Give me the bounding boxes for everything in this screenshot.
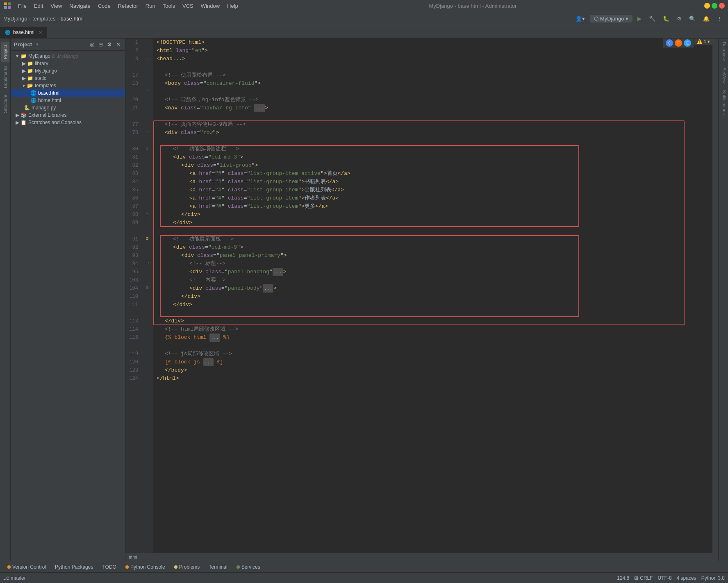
tree-item-extlibs[interactable]: ▶ 📚 External Libraries <box>11 111 125 119</box>
menu-help[interactable]: Help <box>224 2 241 10</box>
tree-collapse-btn[interactable]: ⊟ <box>97 41 104 48</box>
code-line-115[interactable]: {% block html ... %} <box>157 333 712 342</box>
build-button[interactable]: 🔨 <box>646 14 658 23</box>
tree-item-mydjango[interactable]: ▶ 📁 MyDjango <box>11 67 125 75</box>
code-line-78[interactable]: <div class="row"> <box>157 129 712 137</box>
fold-icon-104[interactable]: ⊟ <box>146 260 152 266</box>
scroll-track[interactable] <box>712 39 718 553</box>
code-line-17[interactable]: <!-- 使用宽松布局 --> <box>157 71 712 79</box>
code-line-79[interactable] <box>157 137 712 145</box>
code-line-81[interactable]: <div class="col-md-3"> <box>157 153 712 161</box>
code-line-93[interactable]: <div class="panel panel-primary"> <box>157 252 712 260</box>
run-button[interactable]: ▶ <box>635 14 644 23</box>
code-line-92[interactable]: <div class="col-md-9"> <box>157 243 712 252</box>
notification-button[interactable]: 🔔 <box>701 14 712 23</box>
menu-vcs[interactable]: VCS <box>179 2 197 10</box>
bottom-tab-todo[interactable]: TODO <box>98 563 120 571</box>
bottom-tab-problems[interactable]: Problems <box>170 563 204 571</box>
code-line-20[interactable]: <!-- 导航条，bg-info蓝色背景 --> <box>157 96 712 104</box>
tree-item-scratches[interactable]: ▶ 📋 Scratches and Consoles <box>11 119 125 126</box>
fold-icon-92[interactable]: ⊟ <box>146 211 152 217</box>
maximize-button[interactable]: □ <box>712 3 717 9</box>
code-line-119[interactable]: <!-- js局部修改区域 --> <box>157 350 712 358</box>
bottom-tab-terminal[interactable]: Terminal <box>205 563 231 571</box>
sidebar-project-tab[interactable]: Project <box>1 42 9 62</box>
code-line-104[interactable]: <div class="panel-body"...> <box>157 284 712 293</box>
menu-run[interactable]: Run <box>142 2 159 10</box>
code-line-82[interactable]: <div class="list-group"> <box>157 161 712 170</box>
breadcrumb-basefile[interactable]: base.html <box>61 16 84 22</box>
code-line-87[interactable]: <a href="#" class="list-group-item">更多</… <box>157 202 712 211</box>
code-line-123[interactable]: </body> <box>157 366 712 374</box>
code-line-3[interactable]: <head...> <box>157 55 712 63</box>
code-line-88[interactable]: </div> <box>157 211 712 219</box>
code-line-110[interactable]: </div> <box>157 293 712 301</box>
sidebar-bookmarks-tab[interactable]: Bookmarks <box>1 62 9 91</box>
code-line-18[interactable]: <body class="container-fluid"> <box>157 79 712 88</box>
code-line-84[interactable]: <a href="#" class="list-group-item">书籍列表… <box>157 178 712 186</box>
tree-item-basefile[interactable]: 🌐 base.html <box>11 89 125 97</box>
settings-button[interactable]: ⚙ <box>674 14 684 23</box>
right-tab-database[interactable]: Database <box>719 39 728 64</box>
code-line-empty[interactable] <box>157 63 712 71</box>
code-line-19[interactable] <box>157 88 712 96</box>
code-line-76[interactable] <box>157 112 712 120</box>
bottom-tab-versioncontrol[interactable]: Version Control <box>3 563 50 571</box>
fold-icon-21[interactable]: ⊟ <box>146 88 152 94</box>
project-selector[interactable]: ⬡ MyDjango ▾ <box>590 15 632 23</box>
minimize-button[interactable]: − <box>704 3 710 9</box>
menu-tools[interactable]: Tools <box>159 2 178 10</box>
fold-icon-81[interactable]: ⊟ <box>146 129 152 135</box>
menu-navigate[interactable]: Navigate <box>66 2 93 10</box>
code-line-80[interactable]: <!-- 功能选项侧边栏 --> <box>157 145 712 153</box>
code-line-112[interactable] <box>157 309 712 317</box>
code-line-85[interactable]: <a href="#" class="list-group-item">出版社列… <box>157 186 712 194</box>
close-button[interactable]: ✕ <box>719 3 725 9</box>
tree-item-root[interactable]: ▾ 📁 MyDjango D:\MyDjango <box>11 52 125 60</box>
breadcrumb-templates[interactable]: templates <box>32 16 55 22</box>
right-tab-sciview[interactable]: SciView <box>719 64 728 87</box>
bottom-tab-services[interactable]: Services <box>232 563 264 571</box>
status-position[interactable]: 124:8 <box>617 575 629 581</box>
tab-basefile[interactable]: 🌐 base.html ✕ <box>0 27 48 38</box>
code-line-95[interactable]: <div class="panel-heading"...> <box>157 268 712 276</box>
code-line-111[interactable]: </div> <box>157 301 712 309</box>
bottom-tab-packages[interactable]: Python Packages <box>51 563 97 571</box>
more-button[interactable]: ⋮ <box>714 14 725 23</box>
menu-refactor[interactable]: Refactor <box>115 2 141 10</box>
code-line-91[interactable]: <!-- 功能展示面板 --> <box>157 235 712 243</box>
fold-icon-3[interactable]: ⊟ <box>146 55 152 61</box>
edge-icon[interactable]: E <box>684 39 691 47</box>
tree-item-library[interactable]: ▶ 📁 library <box>11 60 125 67</box>
account-button[interactable]: 👤▾ <box>573 14 587 23</box>
tab-close-icon[interactable]: ✕ <box>39 30 42 35</box>
code-line-103[interactable]: <!-- 内容--> <box>157 276 712 284</box>
tree-item-managepy[interactable]: 🐍 manage.py <box>11 104 125 111</box>
debug-button[interactable]: 🐛 <box>660 14 672 23</box>
status-encoding[interactable]: UTF-8 <box>658 575 672 581</box>
tree-close-btn[interactable]: ✕ <box>115 41 122 48</box>
code-line-124[interactable]: </html> <box>157 374 712 383</box>
code-line-1[interactable]: <!DOCTYPE html> <box>157 39 712 47</box>
code-line-94[interactable]: <!-- 标题--> <box>157 260 712 268</box>
code-line-77[interactable]: <!-- 页面内容使用3-9布局 --> <box>157 120 712 129</box>
status-lineending[interactable]: ⊞ CRLF <box>634 575 653 581</box>
tree-item-templates[interactable]: ▾ 📂 templates <box>11 82 125 89</box>
tree-locate-btn[interactable]: ◎ <box>89 41 96 48</box>
bottom-tab-pyconsole[interactable]: Python Console <box>121 563 169 571</box>
code-line-90[interactable] <box>157 227 712 235</box>
code-line-86[interactable]: <a href="#" class="list-group-item">作者列表… <box>157 194 712 202</box>
code-line-114[interactable]: <!-- html局部修改区域 --> <box>157 325 712 333</box>
status-git[interactable]: ⎇ master <box>3 575 26 581</box>
menu-edit[interactable]: Edit <box>31 2 46 10</box>
sidebar-structure-tab[interactable]: Structure <box>1 91 9 116</box>
code-line-113[interactable]: </div> <box>157 317 712 325</box>
code-line-89[interactable]: </div> <box>157 219 712 227</box>
fold-icon-110[interactable]: ⊟ <box>146 284 152 291</box>
code-line-120[interactable]: {% block js ... %} <box>157 358 712 366</box>
chrome-icon[interactable]: C <box>666 39 673 47</box>
menu-code[interactable]: Code <box>95 2 114 10</box>
tree-settings-btn[interactable]: ⚙ <box>106 41 113 48</box>
status-indent[interactable]: 4 spaces <box>677 575 696 581</box>
menu-window[interactable]: Window <box>198 2 223 10</box>
